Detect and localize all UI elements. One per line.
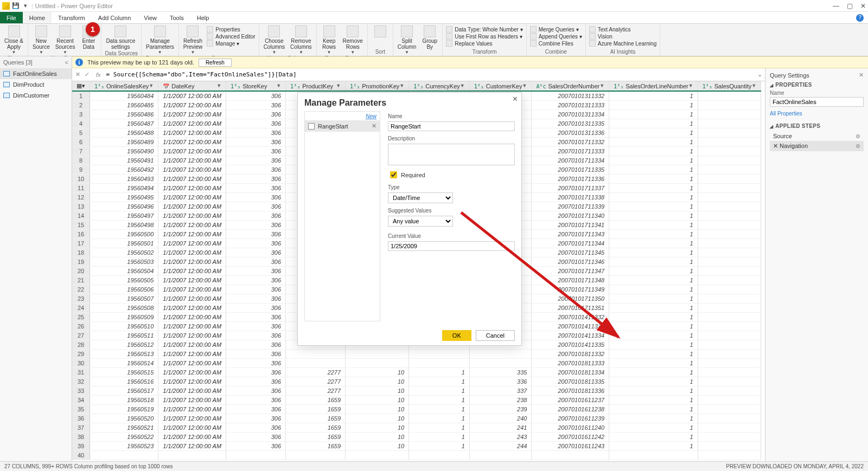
cell[interactable]	[346, 359, 409, 368]
cell[interactable]: 20070101811333	[532, 359, 609, 368]
cell[interactable]: 306	[226, 331, 286, 340]
cell[interactable]: 20070101611240	[532, 423, 609, 433]
ribbon-replace-values[interactable]: Replace Values	[446, 40, 522, 47]
row-number[interactable]: 31	[72, 368, 90, 377]
cell[interactable]: 19560506	[90, 285, 158, 294]
cell[interactable]: 20070101811332	[532, 350, 609, 359]
cell[interactable]	[698, 368, 761, 377]
cell[interactable]: 20070101711336	[532, 175, 609, 184]
cell[interactable]: 20070101411335	[532, 340, 609, 350]
cell[interactable]: 20070101711334	[532, 156, 609, 165]
cell[interactable]: 1	[409, 414, 470, 423]
cell[interactable]: 19560495	[90, 193, 158, 202]
cell[interactable]	[698, 211, 761, 221]
cell[interactable]: 336	[469, 377, 532, 386]
cell[interactable]	[698, 377, 761, 386]
column-header-salesquantity[interactable]: 1²₃SalesQuantity▼	[698, 81, 761, 91]
cell[interactable]: 306	[226, 368, 286, 377]
cell[interactable]: 306	[226, 322, 286, 331]
cell[interactable]: 306	[226, 175, 286, 184]
cell[interactable]: 20070101611237	[532, 396, 609, 405]
row-number[interactable]: 27	[72, 331, 90, 340]
ribbon-choose-columns[interactable]: Choose Columns▼	[263, 25, 286, 55]
row-number[interactable]: 24	[72, 304, 90, 313]
cell[interactable]: 20070101711338	[532, 193, 609, 202]
cell[interactable]: 1	[609, 138, 698, 147]
cell[interactable]: 1	[409, 423, 470, 433]
cell[interactable]: 20070101711351	[532, 304, 609, 313]
cell[interactable]: 1	[609, 304, 698, 313]
cell[interactable]: 20070101311335	[532, 119, 609, 128]
column-header-datekey[interactable]: 📅DateKey▼	[158, 81, 226, 91]
cell[interactable]: 306	[226, 257, 286, 267]
column-header-productkey[interactable]: 1²₃ProductKey▼	[286, 81, 346, 91]
cell[interactable]: 1	[609, 193, 698, 202]
cell[interactable]: 19560512	[90, 340, 158, 350]
cell[interactable]: 20070101711344	[532, 239, 609, 248]
cell[interactable]	[698, 322, 761, 331]
cell[interactable]: 10	[346, 423, 409, 433]
cell[interactable]: 19560489	[90, 138, 158, 147]
cell[interactable]	[698, 128, 761, 138]
cell[interactable]: 1	[609, 340, 698, 350]
cell[interactable]: 1/1/2007 12:00:00 AM	[158, 230, 226, 239]
cell[interactable]: 306	[226, 433, 286, 442]
cell[interactable]: 306	[226, 442, 286, 451]
cell[interactable]	[698, 350, 761, 359]
cell[interactable]: 1/1/2007 12:00:00 AM	[158, 110, 226, 119]
cell[interactable]: 306	[226, 423, 286, 433]
cell[interactable]: 20070101811335	[532, 377, 609, 386]
cell[interactable]: 306	[226, 340, 286, 350]
query-name-input[interactable]	[770, 97, 864, 107]
cell[interactable]: 1	[609, 276, 698, 285]
cell[interactable]: 306	[226, 184, 286, 193]
column-header-promotionkey[interactable]: 1²₃PromotionKey▼	[346, 81, 409, 91]
row-number[interactable]: 17	[72, 239, 90, 248]
cell[interactable]: 19560502	[90, 248, 158, 257]
queries-collapse-icon[interactable]: <	[65, 59, 68, 66]
cell[interactable]: 238	[469, 396, 532, 405]
cell[interactable]: 20070101711340	[532, 211, 609, 221]
cell[interactable]: 1	[609, 110, 698, 119]
row-number[interactable]: 16	[72, 230, 90, 239]
cell[interactable]: 1	[609, 414, 698, 423]
cell[interactable]: 10	[346, 396, 409, 405]
cell[interactable]: 1	[609, 331, 698, 340]
close-window-button[interactable]: ✕	[860, 3, 866, 9]
cell[interactable]: 1	[609, 350, 698, 359]
cell[interactable]: 20070101611238	[532, 405, 609, 414]
cell[interactable]	[698, 110, 761, 119]
cell[interactable]: 306	[226, 230, 286, 239]
cell[interactable]: 20070101711332	[532, 138, 609, 147]
row-number[interactable]: 1	[72, 91, 90, 101]
cell[interactable]: 1/1/2007 12:00:00 AM	[158, 322, 226, 331]
cell[interactable]: 306	[226, 239, 286, 248]
cell[interactable]: 1659	[286, 442, 346, 451]
cell[interactable]	[698, 451, 761, 460]
cell[interactable]: 306	[226, 119, 286, 128]
row-number[interactable]: 35	[72, 405, 90, 414]
chevron-down-icon[interactable]: ◢	[770, 124, 773, 129]
column-header-storekey[interactable]: 1²₃StoreKey▼	[226, 81, 286, 91]
cancel-button[interactable]: Cancel	[476, 330, 515, 341]
cell[interactable]: 1	[609, 165, 698, 175]
minimize-button[interactable]: —	[833, 3, 839, 9]
row-number[interactable]: 34	[72, 396, 90, 405]
cell[interactable]: 306	[226, 304, 286, 313]
cell[interactable]	[698, 276, 761, 285]
cell[interactable]	[698, 433, 761, 442]
cell[interactable]: 244	[469, 442, 532, 451]
ribbon-advanced-editor[interactable]: Advanced Editor	[207, 33, 255, 40]
cell[interactable]: 1	[609, 423, 698, 433]
cell[interactable]: 1	[609, 294, 698, 304]
row-number[interactable]: 14	[72, 211, 90, 221]
cell[interactable]: 1	[609, 377, 698, 386]
cell[interactable]: 241	[469, 423, 532, 433]
cell[interactable]: 10	[346, 377, 409, 386]
ribbon-data-type-whole-number[interactable]: Data Type: Whole Number ▾	[446, 26, 522, 33]
cell[interactable]: 1/1/2007 12:00:00 AM	[158, 193, 226, 202]
cell[interactable]: 1	[609, 221, 698, 230]
parameter-item[interactable]: RangeStart ✕	[305, 120, 380, 132]
column-header-salesorderlinenumber[interactable]: 1²₃SalesOrderLineNumber▼	[609, 81, 698, 91]
cell[interactable]: 1/1/2007 12:00:00 AM	[158, 165, 226, 175]
